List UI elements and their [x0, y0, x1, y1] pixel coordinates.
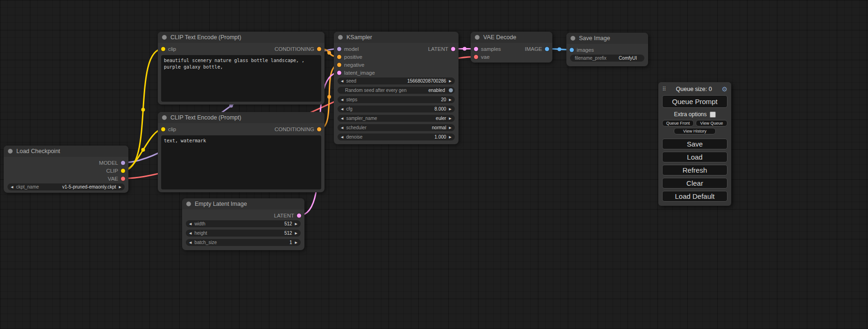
node-title-bar[interactable]: Save Image — [566, 33, 648, 44]
output-slot-image[interactable] — [545, 47, 549, 51]
input-slot-images[interactable] — [570, 48, 574, 52]
widget-value: 8.000 — [435, 106, 446, 112]
collapse-dot-icon[interactable] — [338, 35, 343, 40]
load-default-button[interactable]: Load Default — [662, 191, 727, 202]
input-label-negative: negative — [344, 62, 364, 68]
increment-arrow-icon[interactable]: ▶ — [449, 107, 452, 111]
positive-prompt-textarea[interactable]: beautiful scenery nature glass bottle la… — [161, 55, 321, 102]
widget-seed[interactable]: ◀ seed 156680208700286 ▶ — [338, 77, 455, 84]
collapse-dot-icon[interactable] — [162, 35, 167, 40]
input-slot-negative[interactable] — [337, 63, 341, 67]
input-label-positive: positive — [344, 54, 362, 60]
decrement-arrow-icon[interactable]: ◀ — [341, 98, 343, 101]
node-clip-text-encode-positive[interactable]: CLIP Text Encode (Prompt) clip CONDITION… — [158, 32, 325, 105]
prev-value-arrow-icon[interactable]: ◀ — [341, 117, 343, 120]
collapse-dot-icon[interactable] — [571, 36, 575, 41]
node-title-bar[interactable]: CLIP Text Encode (Prompt) — [158, 32, 325, 43]
link-midpoint-dot — [327, 95, 331, 99]
node-title-bar[interactable]: Load Checkpoint — [4, 146, 128, 157]
increment-arrow-icon[interactable]: ▶ — [295, 241, 297, 244]
view-queue-button[interactable]: View Queue — [696, 120, 727, 126]
decrement-arrow-icon[interactable]: ◀ — [341, 135, 343, 139]
node-save-image[interactable]: Save Image images filename_prefix ComfyU… — [566, 33, 648, 66]
output-slot-latent[interactable] — [297, 213, 301, 217]
widget-cfg[interactable]: ◀ cfg 8.000 ▶ — [338, 105, 455, 112]
widget-value: normal — [432, 125, 446, 130]
widget-steps[interactable]: ◀ steps 20 ▶ — [338, 96, 455, 103]
decrement-arrow-icon[interactable]: ◀ — [341, 79, 343, 83]
output-slot-latent[interactable] — [451, 47, 455, 51]
input-slot-model[interactable] — [337, 47, 341, 51]
clear-button[interactable]: Clear — [662, 178, 727, 189]
queue-front-button[interactable]: Queue Front — [662, 120, 694, 126]
output-slot-conditioning[interactable] — [317, 127, 321, 131]
input-slot-positive[interactable] — [337, 55, 341, 59]
next-value-arrow-icon[interactable]: ▶ — [119, 185, 121, 189]
output-label-vae: VAE — [108, 176, 118, 182]
drag-handle-icon[interactable]: ⠿ — [662, 86, 666, 92]
increment-arrow-icon[interactable]: ▶ — [295, 222, 297, 225]
collapse-dot-icon[interactable] — [162, 115, 167, 120]
widget-width[interactable]: ◀ width 512 ▶ — [186, 220, 301, 227]
next-value-arrow-icon[interactable]: ▶ — [449, 126, 452, 129]
input-slot-vae[interactable] — [474, 55, 478, 59]
node-title-bar[interactable]: VAE Decode — [471, 32, 552, 43]
node-clip-text-encode-negative[interactable]: CLIP Text Encode (Prompt) clip CONDITION… — [158, 112, 325, 192]
next-value-arrow-icon[interactable]: ▶ — [449, 117, 452, 120]
link-midpoint-dot — [463, 47, 466, 51]
extra-options-checkbox[interactable] — [710, 112, 716, 118]
widget-random-seed-toggle[interactable]: Random seed after every gen enabled — [338, 87, 455, 94]
refresh-button[interactable]: Refresh — [662, 165, 727, 175]
node-load-checkpoint[interactable]: Load Checkpoint MODEL CLIP VAE ◀ ckpt_na… — [4, 146, 128, 193]
decrement-arrow-icon[interactable]: ◀ — [189, 241, 191, 244]
collapse-dot-icon[interactable] — [8, 149, 13, 154]
increment-arrow-icon[interactable]: ▶ — [295, 231, 297, 235]
collapse-dot-icon[interactable] — [186, 202, 191, 206]
node-ksampler[interactable]: KSampler model LATENT positive negative … — [334, 32, 459, 144]
view-history-button[interactable]: View History — [674, 128, 716, 134]
widget-denoise[interactable]: ◀ denoise 1.000 ▶ — [338, 133, 455, 140]
node-title: Load Checkpoint — [16, 148, 60, 154]
decrement-arrow-icon[interactable]: ◀ — [189, 222, 191, 225]
load-button[interactable]: Load — [662, 152, 727, 162]
widget-ckpt-name[interactable]: ◀ ckpt_name v1-5-pruned-emaonly.ckpt ▶ — [7, 183, 125, 190]
queue-prompt-button[interactable]: Queue Prompt — [662, 95, 727, 108]
negative-prompt-textarea[interactable]: text, watermark — [161, 135, 321, 189]
decrement-arrow-icon[interactable]: ◀ — [341, 107, 343, 111]
slot-row: LATENT — [182, 211, 304, 219]
input-slot-latent-image[interactable] — [337, 70, 341, 75]
input-slot-clip[interactable] — [161, 47, 165, 51]
input-slot-clip[interactable] — [161, 127, 165, 131]
collapse-dot-icon[interactable] — [475, 35, 480, 40]
output-slot-vae[interactable] — [121, 176, 125, 181]
settings-gear-icon[interactable]: ⚙ — [721, 85, 727, 93]
toggle-knob-icon[interactable] — [449, 88, 453, 92]
node-title-bar[interactable]: Empty Latent Image — [182, 198, 304, 210]
increment-arrow-icon[interactable]: ▶ — [449, 79, 452, 83]
input-slot-samples[interactable] — [474, 47, 478, 51]
increment-arrow-icon[interactable]: ▶ — [449, 98, 452, 101]
prev-value-arrow-icon[interactable]: ◀ — [11, 185, 13, 189]
node-graph-canvas[interactable]: Load Checkpoint MODEL CLIP VAE ◀ ckpt_na… — [0, 0, 868, 329]
widget-height[interactable]: ◀ height 512 ▶ — [186, 230, 301, 237]
save-button[interactable]: Save — [662, 139, 727, 149]
output-slot-conditioning[interactable] — [317, 47, 321, 51]
prev-value-arrow-icon[interactable]: ◀ — [341, 126, 343, 129]
node-title-bar[interactable]: CLIP Text Encode (Prompt) — [158, 112, 325, 123]
widget-sampler-name[interactable]: ◀ sampler_name euler ▶ — [338, 115, 455, 122]
node-title-bar[interactable]: KSampler — [334, 32, 459, 43]
increment-arrow-icon[interactable]: ▶ — [449, 135, 452, 139]
node-vae-decode[interactable]: VAE Decode samples IMAGE vae — [471, 32, 552, 63]
widget-filename-prefix[interactable]: filename_prefix ComfyUI — [570, 55, 644, 62]
slot-row: negative — [334, 61, 459, 69]
widget-label: height — [194, 231, 207, 236]
node-title: CLIP Text Encode (Prompt) — [170, 114, 241, 121]
wire-clip-to-negative — [123, 129, 163, 171]
widget-scheduler[interactable]: ◀ scheduler normal ▶ — [338, 124, 455, 131]
output-slot-clip[interactable] — [121, 168, 125, 173]
node-empty-latent-image[interactable]: Empty Latent Image LATENT ◀ width 512 ▶ … — [182, 198, 304, 250]
decrement-arrow-icon[interactable]: ◀ — [189, 231, 191, 235]
widget-batch-size[interactable]: ◀ batch_size 1 ▶ — [186, 239, 301, 246]
queue-menu-panel: ⠿ Queue size: 0 ⚙ Queue Prompt Extra opt… — [658, 82, 731, 206]
output-slot-model[interactable] — [121, 161, 125, 165]
